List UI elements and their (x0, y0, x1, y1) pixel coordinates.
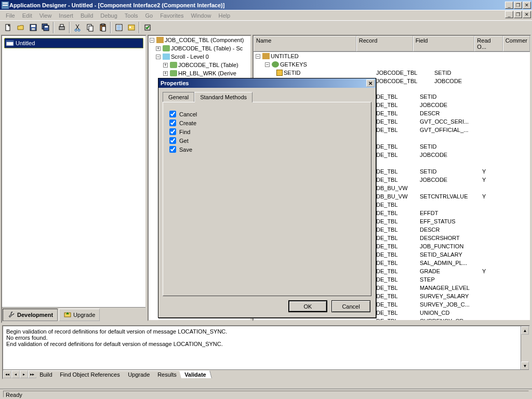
grid-row[interactable]: DE_TBLSETIDY (374, 168, 530, 177)
tree-row[interactable]: −Scroll - Level 0 (149, 52, 250, 61)
grid-row[interactable]: DE_TBLMANAGER_LEVEL (374, 285, 530, 293)
checkbox-create[interactable] (169, 119, 176, 126)
col-record[interactable]: Record (356, 36, 413, 51)
ok-button[interactable]: OK (288, 300, 327, 312)
project-root[interactable]: Untitled (4, 38, 143, 48)
grid-row[interactable]: DE_TBLJOBCODEY (374, 177, 530, 185)
grid-tree-row[interactable]: −UNTITLED (254, 52, 530, 60)
tree-row[interactable]: −JOB_CODE_TBL (Component) (149, 36, 250, 44)
checkbox-find[interactable] (169, 128, 176, 135)
menu-debug[interactable]: Debug (97, 11, 121, 20)
scroll-up-button[interactable]: ▲ (521, 326, 529, 335)
collapse-icon[interactable]: − (150, 38, 154, 43)
mdi-minimize-button[interactable]: _ (505, 11, 513, 18)
menu-insert[interactable]: Insert (55, 11, 77, 20)
grid-row[interactable] (374, 135, 530, 143)
expand-icon[interactable]: + (156, 46, 161, 51)
menu-file[interactable]: File (2, 11, 19, 20)
grid-tree-row[interactable]: SETID JOBCODE_TBL SETID (254, 69, 530, 77)
expand-icon[interactable]: + (163, 71, 168, 76)
grid-tree-row[interactable]: −GETKEYS (254, 60, 530, 69)
col-field[interactable]: Field (413, 36, 475, 51)
save-all-button[interactable] (39, 22, 51, 33)
scroll-down-button[interactable]: ▼ (521, 362, 529, 370)
menu-help[interactable]: Help (215, 11, 234, 20)
grid-row[interactable] (374, 160, 530, 168)
tab-upgrade[interactable]: Upgrade (59, 309, 100, 321)
tab-development[interactable]: Development (3, 309, 58, 321)
close-button[interactable]: ✕ (523, 2, 531, 9)
validate-button[interactable] (141, 22, 153, 33)
menu-edit[interactable]: Edit (19, 11, 36, 20)
grid-row[interactable]: DE_TBLSURVEY_JOB_C... (374, 301, 530, 310)
maximize-button[interactable]: ❐ (514, 2, 522, 9)
output-tab-validate[interactable]: Validate (179, 370, 212, 378)
tree-row[interactable]: +HR_LBL_WRK (Derive (149, 69, 250, 77)
menu-view[interactable]: View (36, 11, 56, 20)
grid-row[interactable]: DE_TBLSTEP (374, 276, 530, 285)
grid-row[interactable]: DE_TBLGVT_OCC_SERI... (374, 118, 530, 127)
grid-row[interactable]: DE_TBL (374, 202, 530, 210)
paste-button[interactable] (97, 22, 109, 33)
menu-build[interactable]: Build (77, 11, 97, 20)
grid-row[interactable]: DE_TBLSETID (374, 94, 530, 102)
mdi-restore-button[interactable]: ❐ (514, 11, 522, 18)
grid-row[interactable]: DB_BU_VWSETCNTRLVALUEY (374, 193, 530, 202)
collapse-icon[interactable]: − (265, 62, 270, 67)
grid-row[interactable]: DE_TBLSURVEY_SALARY (374, 293, 530, 301)
grid-row[interactable]: DE_TBLSETID (374, 143, 530, 152)
copy-button[interactable] (84, 22, 96, 33)
output-tab-find[interactable]: Find Object References (55, 370, 126, 378)
print-button[interactable] (56, 22, 68, 33)
dialog-title-bar[interactable]: Properties ✕ (158, 78, 376, 88)
output-tab-results[interactable]: Results (152, 370, 182, 378)
tab-nav-next[interactable]: ▸ (20, 370, 28, 378)
mdi-close-button[interactable]: ✕ (523, 11, 531, 18)
grid-row[interactable]: DE_TBLSAL_ADMIN_PL... (374, 260, 530, 268)
cancel-button[interactable]: Cancel (331, 300, 370, 312)
output-scrollbar[interactable]: ▲ ▼ (521, 326, 529, 370)
grid-row[interactable]: DB_BU_VW (374, 185, 530, 193)
tree-row[interactable]: +JOBCODE_TBL (Table) (149, 61, 250, 69)
new-button[interactable] (2, 22, 14, 33)
dialog-close-button[interactable]: ✕ (366, 79, 375, 87)
collapse-icon[interactable]: − (156, 55, 161, 59)
grid-row[interactable]: DE_TBLDESCRSHORT (374, 235, 530, 243)
grid-row[interactable]: DE_TBLGVT_OFFICIAL_... (374, 127, 530, 135)
grid-row[interactable]: DE_TBLJOB_FUNCTION (374, 243, 530, 251)
grid-row[interactable]: DE_TBLDESCR (374, 110, 530, 118)
grid-row[interactable]: DE_TBLUNION_CD (374, 310, 530, 318)
tab-general[interactable]: General (163, 92, 194, 102)
menu-window[interactable]: Window (187, 11, 215, 20)
checkbox-save[interactable] (169, 146, 176, 153)
save-button[interactable] (27, 22, 39, 33)
cut-button[interactable] (72, 22, 84, 33)
grid-row[interactable]: DE_TBLJOBCODE (374, 102, 530, 110)
grid-row[interactable]: DE_TBLDESCR (374, 227, 530, 235)
grid-row[interactable]: DE_TBLJOBCODE (374, 152, 530, 160)
tab-nav-first[interactable]: ◂◂ (3, 370, 11, 378)
col-readonly[interactable]: Read O... (474, 36, 502, 51)
grid-row[interactable]: DE_TBLEFFDT (374, 210, 530, 218)
properties-button[interactable] (113, 22, 125, 33)
menu-favorites[interactable]: Favorites (156, 11, 187, 20)
checkbox-get[interactable] (169, 137, 176, 144)
tab-nav-prev[interactable]: ◂ (11, 370, 20, 378)
col-name[interactable]: Name (254, 36, 356, 51)
grid-row[interactable]: DE_TBLCURRENCY_CD (374, 318, 530, 320)
grid-row[interactable]: DE_TBLSETID_SALARY (374, 251, 530, 260)
expand-icon[interactable]: + (163, 63, 168, 68)
project-button[interactable] (125, 22, 137, 33)
output-tab-upgrade[interactable]: Upgrade (123, 370, 155, 378)
grid-row[interactable]: DE_TBLEFF_STATUS (374, 218, 530, 227)
col-comment[interactable]: Commer (503, 36, 530, 51)
open-button[interactable] (15, 22, 26, 33)
collapse-icon[interactable]: − (256, 54, 260, 59)
tab-standard-methods[interactable]: Standard Methods (194, 92, 252, 102)
grid-row[interactable]: DE_TBLGRADEY (374, 268, 530, 276)
minimize-button[interactable]: _ (505, 2, 513, 9)
tree-row[interactable]: +JOBCODE_TBL (Table) - Sc (149, 44, 250, 52)
menu-go[interactable]: Go (141, 11, 156, 20)
menu-tools[interactable]: Tools (121, 11, 142, 20)
checkbox-cancel[interactable] (169, 111, 176, 117)
